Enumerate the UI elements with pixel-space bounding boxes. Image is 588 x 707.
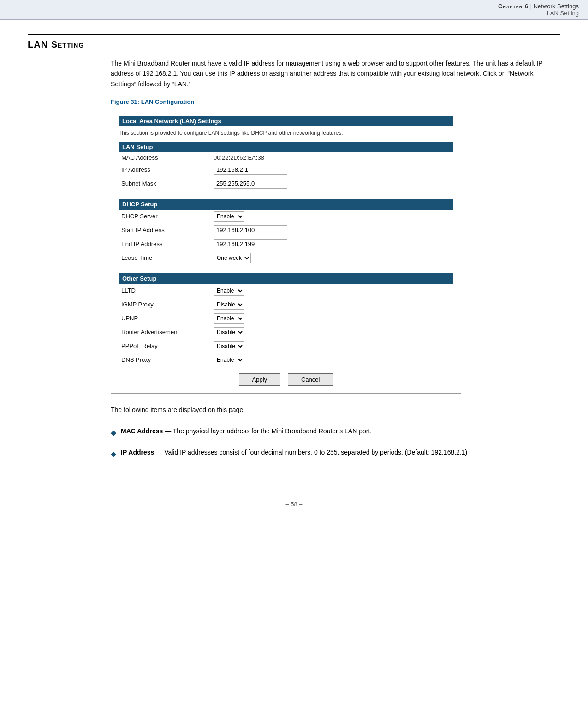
bullet-term-ip: IP Address — [121, 449, 154, 456]
dns-proxy-select[interactable]: Enable Disable — [214, 355, 244, 365]
dhcp-server-label: DHCP Server — [119, 210, 211, 223]
ip-address-cell[interactable] — [211, 163, 453, 177]
pppoe-relay-label: PPPoE Relay — [119, 339, 211, 353]
upnp-select[interactable]: Enable Disable — [214, 313, 244, 324]
page-number: – 58 – — [285, 501, 302, 508]
bullet-desc-ip: — Valid IP addresses consist of four dec… — [154, 449, 467, 456]
end-ip-input[interactable] — [214, 239, 287, 249]
button-row: Apply Cancel — [119, 373, 453, 386]
lease-time-select[interactable]: One week One day One hour Forever — [214, 253, 251, 263]
ip-address-input[interactable] — [214, 165, 287, 175]
router-adv-select[interactable]: Enable Disable — [214, 327, 244, 337]
lan-setup-bar: LAN Setup — [119, 142, 453, 152]
subnet-mask-input[interactable] — [214, 179, 287, 189]
igmp-proxy-select[interactable]: Enable Disable — [214, 300, 244, 310]
igmp-proxy-cell[interactable]: Enable Disable — [211, 298, 453, 312]
table-row: IGMP Proxy Enable Disable — [119, 298, 453, 312]
table-row: UPNP Enable Disable — [119, 312, 453, 325]
dhcp-server-cell[interactable]: Enable Disable — [211, 210, 453, 223]
bullet-icon: ◆ — [111, 448, 116, 460]
main-desc: This section is provided to configure LA… — [119, 129, 453, 137]
bullet-desc-mac: — The physical layer address for the Min… — [163, 427, 372, 435]
bullet-term-mac: MAC Address — [121, 427, 163, 435]
config-box: Local Area Network (LAN) Settings This s… — [111, 110, 461, 394]
main-title-bar: Local Area Network (LAN) Settings — [119, 116, 453, 126]
dns-proxy-cell[interactable]: Enable Disable — [211, 353, 453, 367]
figure-label: Figure 31: LAN Configuration — [111, 98, 560, 105]
chapter-label: Chapter 6 — [498, 3, 529, 10]
dhcp-setup-bar: DHCP Setup — [119, 199, 453, 210]
section-title-bar: LAN Setting — [28, 34, 560, 50]
start-ip-cell[interactable] — [211, 223, 453, 237]
lltd-cell[interactable]: Enable Disable — [211, 284, 453, 298]
dhcp-setup-table: DHCP Server Enable Disable Start IP Addr… — [119, 210, 453, 265]
lease-time-label: Lease Time — [119, 251, 211, 265]
section-title: LAN Setting — [28, 39, 84, 49]
dns-proxy-label: DNS Proxy — [119, 353, 211, 367]
bullet-icon: ◆ — [111, 427, 116, 439]
lltd-label: LLTD — [119, 284, 211, 298]
table-row: Subnet Mask — [119, 177, 453, 191]
lan-setup-table: MAC Address 00:22:2D:62:EA:38 IP Address… — [119, 152, 453, 191]
upnp-label: UPNP — [119, 312, 211, 325]
igmp-proxy-label: IGMP Proxy — [119, 298, 211, 312]
apply-button[interactable]: Apply — [239, 373, 281, 386]
bullet-text-ip: IP Address — Valid IP addresses consist … — [121, 447, 467, 457]
table-row: LLTD Enable Disable — [119, 284, 453, 298]
table-row: Router Advertisement Enable Disable — [119, 325, 453, 339]
start-ip-input[interactable] — [214, 225, 287, 235]
following-text: The following items are displayed on thi… — [111, 405, 560, 415]
other-setup-table: LLTD Enable Disable IGMP Proxy Enable Di… — [119, 284, 453, 367]
end-ip-label: End IP Address — [119, 237, 211, 251]
upnp-cell[interactable]: Enable Disable — [211, 312, 453, 325]
main-content: LAN Setting The Mini Broadband Router mu… — [0, 20, 588, 487]
list-item: ◆ MAC Address — The physical layer addre… — [111, 426, 560, 439]
bullet-section: ◆ MAC Address — The physical layer addre… — [111, 426, 560, 460]
table-row: Start IP Address — [119, 223, 453, 237]
dhcp-server-select[interactable]: Enable Disable — [214, 211, 244, 222]
header-separator: | — [529, 3, 534, 10]
header-nav-sub: LAN Setting — [547, 10, 579, 17]
subnet-mask-cell[interactable] — [211, 177, 453, 191]
page-footer: – 58 – — [0, 501, 588, 517]
cancel-button[interactable]: Cancel — [288, 373, 333, 386]
page-header: Chapter 6 | Network Settings LAN Setting — [0, 0, 588, 20]
table-row: MAC Address 00:22:2D:62:EA:38 — [119, 152, 453, 163]
table-row: Lease Time One week One day One hour For… — [119, 251, 453, 265]
start-ip-label: Start IP Address — [119, 223, 211, 237]
pppoe-relay-select[interactable]: Enable Disable — [214, 341, 244, 351]
ip-address-label: IP Address — [119, 163, 211, 177]
lltd-select[interactable]: Enable Disable — [214, 286, 244, 296]
table-row: DHCP Server Enable Disable — [119, 210, 453, 223]
table-row: End IP Address — [119, 237, 453, 251]
lease-time-cell[interactable]: One week One day One hour Forever — [211, 251, 453, 265]
table-row: PPPoE Relay Enable Disable — [119, 339, 453, 353]
end-ip-cell[interactable] — [211, 237, 453, 251]
bullet-text-mac: MAC Address — The physical layer address… — [121, 426, 372, 436]
header-nav-main: Network Settings — [534, 3, 579, 10]
mac-address-value: 00:22:2D:62:EA:38 — [211, 152, 453, 163]
subnet-mask-label: Subnet Mask — [119, 177, 211, 191]
pppoe-relay-cell[interactable]: Enable Disable — [211, 339, 453, 353]
table-row: IP Address — [119, 163, 453, 177]
body-text: The Mini Broadband Router must have a va… — [111, 58, 560, 89]
router-adv-label: Router Advertisement — [119, 325, 211, 339]
router-adv-cell[interactable]: Enable Disable — [211, 325, 453, 339]
list-item: ◆ IP Address — Valid IP addresses consis… — [111, 447, 560, 460]
mac-address-label: MAC Address — [119, 152, 211, 163]
table-row: DNS Proxy Enable Disable — [119, 353, 453, 367]
other-setup-bar: Other Setup — [119, 273, 453, 284]
